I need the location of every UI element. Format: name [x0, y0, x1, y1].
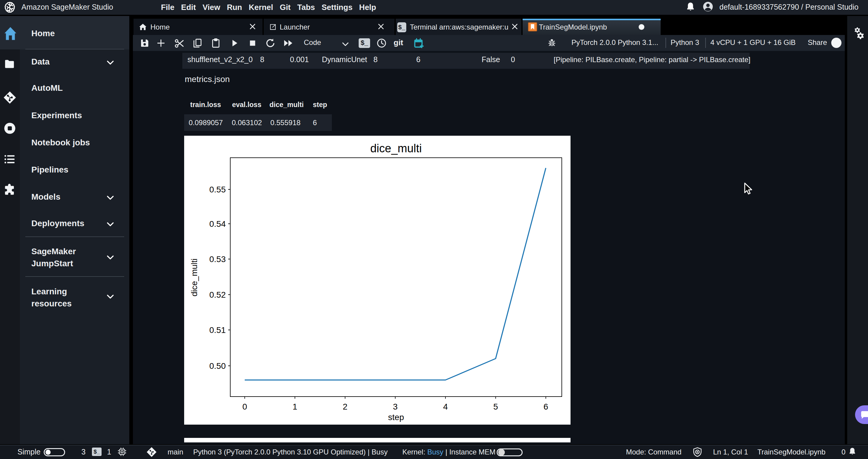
svg-text:dice_multi: dice_multi	[370, 142, 422, 155]
svg-text:4: 4	[443, 402, 448, 411]
svg-text:0: 0	[242, 402, 247, 411]
svg-text:0.52: 0.52	[210, 290, 226, 299]
svg-text:6: 6	[544, 402, 548, 411]
svg-text:0.51: 0.51	[210, 325, 226, 335]
svg-text:5: 5	[493, 402, 498, 411]
svg-text:0.50: 0.50	[210, 361, 226, 371]
svg-text:2: 2	[343, 402, 347, 411]
svg-text:dice_multi: dice_multi	[190, 258, 199, 296]
svg-text:0.53: 0.53	[210, 255, 226, 264]
svg-text:1: 1	[293, 402, 298, 411]
svg-text:3: 3	[393, 402, 398, 411]
svg-text:0.55: 0.55	[210, 185, 226, 194]
svg-text:0.54: 0.54	[210, 219, 226, 229]
svg-text:step: step	[388, 412, 404, 422]
